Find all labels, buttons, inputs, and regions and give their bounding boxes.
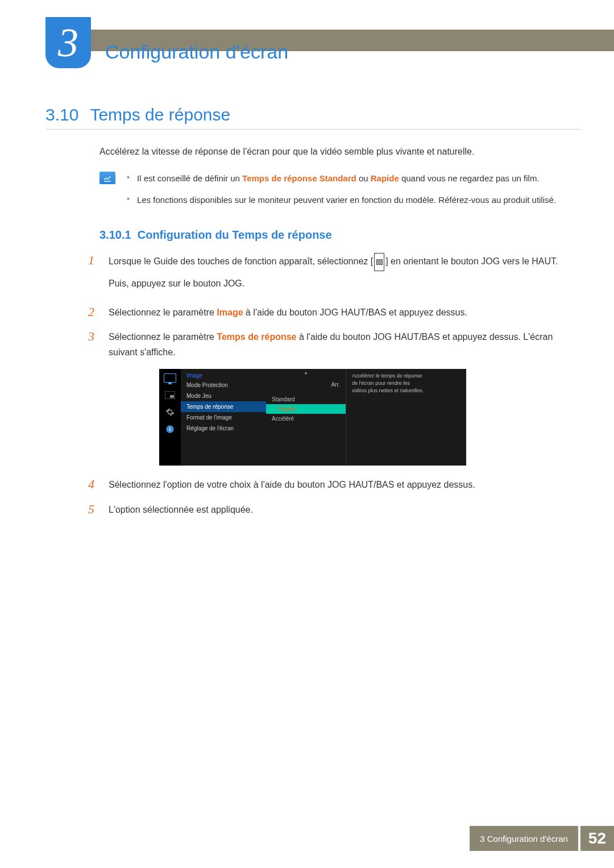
step-number: 1: [88, 253, 101, 295]
step: 5 L'option sélectionnée est appliquée.: [88, 502, 580, 517]
step-highlight: Temps de réponse: [217, 332, 296, 342]
osd-main: Image Mode Protection Mode Jeu Temps de …: [181, 369, 466, 466]
note-text: ou: [356, 173, 371, 183]
chapter-number: 3: [58, 19, 78, 67]
step-text-part: Sélectionnez le paramètre: [109, 332, 217, 342]
step-text: Sélectionnez l'option de votre choix à l…: [109, 477, 580, 492]
osd-menu-item: Format de l'image: [181, 412, 266, 423]
osd-tab-settings-icon: [163, 406, 177, 418]
step-text-part: ] en orientant le bouton JOG vers le HAU…: [385, 256, 558, 266]
up-arrow-icon: ▲: [304, 370, 308, 375]
step-text: Sélectionnez le paramètre Temps de répon…: [109, 329, 580, 360]
step-number: 4: [88, 477, 101, 492]
osd-menu-item: Réglage de l'écran: [181, 423, 266, 434]
osd-tab-pip-icon: [163, 389, 177, 401]
note-list: Il est conseillé de définir un Temps de …: [127, 172, 580, 215]
note-block: Il est conseillé de définir un Temps de …: [99, 172, 580, 215]
osd-option: Standard: [266, 394, 346, 404]
osd-value-column: ▲ Arr. Standard ✔Rapide Accéléré: [266, 369, 346, 466]
step: 1 Lorsque le Guide des touches de foncti…: [88, 253, 580, 295]
svg-text:i: i: [169, 427, 171, 433]
subsection-heading: 3.10.1 Configuration du Temps de réponse: [99, 229, 580, 242]
osd-tab-picture-icon: [163, 372, 177, 384]
footer-chapter-label: 3 Configuration d'écran: [470, 826, 578, 851]
osd-help-text: Accélérez le temps de réponse de l'écran…: [346, 369, 431, 466]
step-text: Lorsque le Guide des touches de fonction…: [109, 253, 580, 295]
note-text: Il est conseillé de définir un: [137, 173, 242, 183]
page-content: 3.10 Temps de réponse Accélérez la vites…: [45, 105, 580, 526]
step: 3 Sélectionnez le paramètre Temps de rép…: [88, 329, 580, 360]
osd-menu-item: Mode Protection: [181, 380, 266, 391]
steps-list: 4 Sélectionnez l'option de votre choix à…: [88, 477, 580, 517]
step-number: 3: [88, 329, 101, 360]
section-title: Temps de réponse: [90, 105, 230, 124]
step-text-part: à l'aide du bouton JOG HAUT/BAS et appuy…: [243, 308, 467, 317]
step-text: L'option sélectionnée est appliquée.: [109, 502, 580, 517]
note-text: quand vous ne regardez pas un film.: [399, 173, 540, 183]
step-highlight: Image: [217, 308, 243, 317]
osd-sidebar: i: [159, 369, 181, 466]
footer-page-number: 52: [580, 826, 614, 851]
note-item: Il est conseillé de définir un Temps de …: [127, 172, 580, 185]
osd-option-selected: ✔Rapide: [266, 404, 346, 414]
page-footer: 3 Configuration d'écran 52: [470, 826, 614, 851]
step-text: Sélectionnez le paramètre Image à l'aide…: [109, 305, 580, 320]
osd-tab-info-icon: i: [163, 423, 177, 435]
chapter-title: Configuration d'écran: [105, 41, 288, 63]
osd-menu-screenshot: i Image Mode Protection Mode Jeu Temps d…: [159, 369, 466, 466]
osd-option: Accéléré: [266, 414, 346, 423]
osd-menu-title: Image: [181, 371, 266, 380]
steps-list: 1 Lorsque le Guide des touches de foncti…: [88, 253, 580, 360]
section-heading: 3.10 Temps de réponse: [45, 105, 580, 130]
section-number: 3.10: [45, 105, 78, 124]
step-text-part: Sélectionnez le paramètre: [109, 308, 217, 317]
osd-option-label: Rapide: [279, 406, 297, 412]
chapter-badge: 3: [45, 17, 91, 68]
note-highlight: Rapide: [371, 173, 399, 183]
note-icon: [99, 172, 115, 184]
osd-menu-list: Image Mode Protection Mode Jeu Temps de …: [181, 369, 266, 466]
subsection-title: Configuration du Temps de réponse: [138, 229, 332, 241]
osd-menu-item-selected: Temps de réponse: [181, 401, 266, 412]
note-item: Les fonctions disponibles sur le moniteu…: [127, 193, 580, 207]
svg-rect-1: [170, 395, 174, 398]
step-number: 5: [88, 502, 101, 517]
osd-value: Arr.: [266, 379, 346, 390]
menu-icon: [374, 253, 384, 271]
osd-menu-item: Mode Jeu: [181, 391, 266, 401]
osd-value: [266, 390, 346, 394]
step: 4 Sélectionnez l'option de votre choix à…: [88, 477, 580, 492]
step-text-part: Puis, appuyez sur le bouton JOG.: [109, 276, 580, 291]
subsection-number: 3.10.1: [99, 229, 131, 241]
step: 2 Sélectionnez le paramètre Image à l'ai…: [88, 305, 580, 320]
check-icon: ✔: [272, 406, 276, 412]
step-text-part: Lorsque le Guide des touches de fonction…: [109, 256, 373, 266]
step-number: 2: [88, 305, 101, 320]
chapter-header: 3 Configuration d'écran: [0, 17, 614, 63]
section-intro: Accélérez la vitesse de réponse de l'écr…: [99, 146, 580, 158]
note-highlight: Temps de réponse Standard: [242, 173, 356, 183]
